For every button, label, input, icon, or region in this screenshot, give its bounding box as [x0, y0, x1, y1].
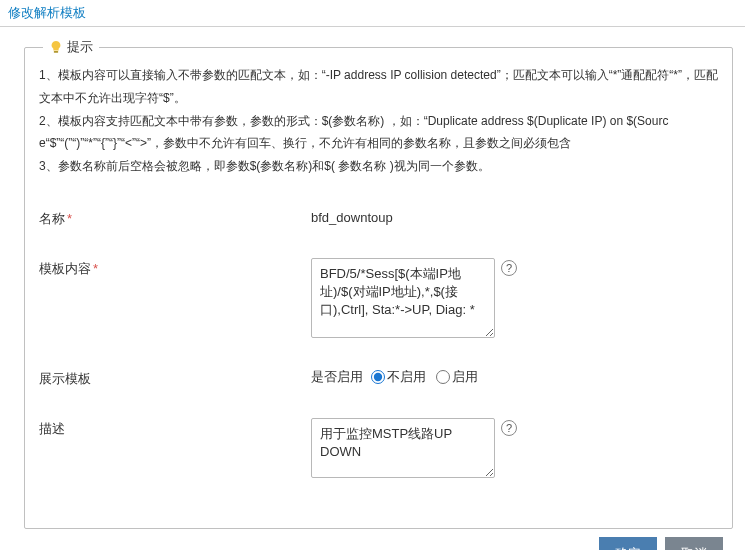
- button-bar: 确定 取消: [24, 529, 733, 550]
- row-name: 名称* bfd_downtoup: [39, 208, 718, 228]
- radio-enable[interactable]: 启用: [436, 368, 478, 386]
- row-template-content: 模板内容* ?: [39, 258, 718, 338]
- svg-rect-0: [54, 51, 58, 53]
- lightbulb-icon: [49, 40, 63, 54]
- description-input[interactable]: [311, 418, 495, 478]
- tip-line-3: 3、参数名称前后空格会被忽略，即参数$(参数名称)和$( 参数名称 )视为同一个…: [39, 155, 718, 178]
- enable-label: 是否启用: [311, 368, 363, 386]
- enable-radio-group: 是否启用 不启用 启用: [311, 368, 484, 386]
- page-title: 修改解析模板: [8, 5, 86, 20]
- help-icon[interactable]: ?: [501, 260, 517, 276]
- radio-enable-input[interactable]: [436, 370, 450, 384]
- tips-fieldset: 提示 1、模板内容可以直接输入不带参数的匹配文本，如：“-IP address …: [24, 47, 733, 529]
- cancel-button[interactable]: 取消: [665, 537, 723, 550]
- name-value: bfd_downtoup: [311, 208, 393, 225]
- radio-disable-input[interactable]: [371, 370, 385, 384]
- content: 提示 1、模板内容可以直接输入不带参数的匹配文本，如：“-IP address …: [0, 27, 745, 550]
- label-template-content: 模板内容*: [39, 258, 311, 278]
- required-mark: *: [67, 211, 72, 226]
- required-mark: *: [93, 261, 98, 276]
- radio-disable[interactable]: 不启用: [371, 368, 426, 386]
- ok-button[interactable]: 确定: [599, 537, 657, 550]
- form: 名称* bfd_downtoup 模板内容* ? 展示模板: [39, 208, 718, 478]
- help-icon[interactable]: ?: [501, 420, 517, 436]
- page-header: 修改解析模板: [0, 0, 745, 27]
- row-display-template: 展示模板 是否启用 不启用 启用: [39, 368, 718, 388]
- tip-line-1: 1、模板内容可以直接输入不带参数的匹配文本，如：“-IP address IP …: [39, 64, 718, 110]
- tips-legend-text: 提示: [67, 38, 93, 56]
- label-display-template: 展示模板: [39, 368, 311, 388]
- tips-legend: 提示: [43, 38, 99, 56]
- tip-line-2: 2、模板内容支持匹配文本中带有参数，参数的形式：$(参数名称) ，如：“Dupl…: [39, 110, 718, 156]
- row-description: 描述 ?: [39, 418, 718, 478]
- label-name: 名称*: [39, 208, 311, 228]
- template-content-input[interactable]: [311, 258, 495, 338]
- label-description: 描述: [39, 418, 311, 438]
